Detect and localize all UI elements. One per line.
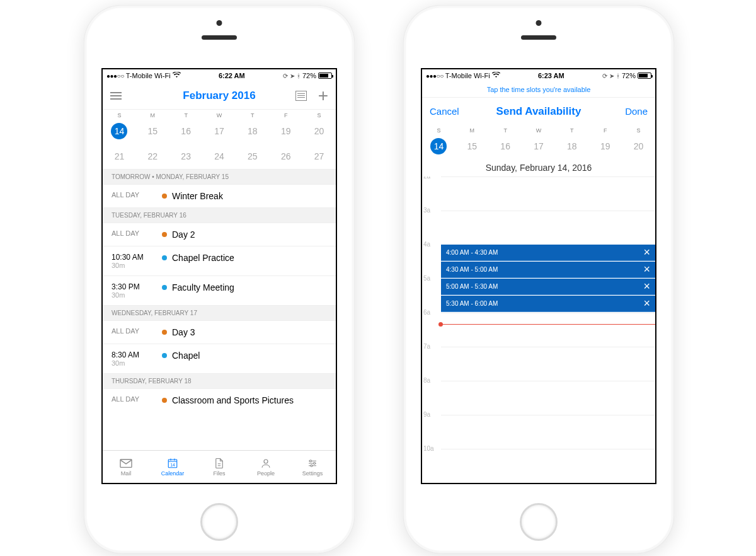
- tab-files[interactable]: Files: [196, 451, 243, 483]
- hour-label: 7a: [423, 343, 430, 350]
- orientation-lock-icon: ⟳: [283, 72, 288, 79]
- location-icon: ➤: [290, 72, 295, 79]
- agenda-event-row[interactable]: ALL DAYWinter Break: [103, 185, 336, 207]
- agenda-event-row[interactable]: ALL DAYDay 3: [103, 321, 336, 344]
- tab-people[interactable]: People: [243, 451, 289, 483]
- status-bar: ●●●○○ T-Mobile Wi-Fi 6:23 AM ⟳ ➤ ᚼ 72%: [422, 69, 655, 82]
- agenda-section-header: THURSDAY, FEBRUARY 18: [103, 373, 336, 389]
- remove-slot-icon[interactable]: ×: [643, 297, 650, 310]
- battery-pct: 72%: [302, 72, 316, 79]
- location-icon: ➤: [609, 72, 614, 79]
- event-color-dot: [162, 330, 167, 335]
- event-color-dot: [162, 285, 167, 290]
- calendar-day[interactable]: 19: [588, 134, 622, 159]
- current-time-indicator: [441, 324, 655, 325]
- event-color-dot: [162, 255, 167, 260]
- clock-label: 6:22 AM: [219, 72, 245, 79]
- hour-label: 3a: [423, 207, 430, 214]
- calendar-row: 14151617181920: [103, 119, 336, 144]
- event-title: Day 2: [172, 229, 195, 240]
- remove-slot-icon[interactable]: ×: [643, 246, 650, 259]
- agenda-list[interactable]: TOMORROW • MONDAY, FEBRUARY 15ALL DAYWin…: [103, 169, 336, 450]
- tab-label: Calendar: [161, 470, 185, 477]
- event-title: Classroom and Sports Pictures: [172, 395, 294, 405]
- availability-slot[interactable]: 4:30 AM - 5:00 AM×: [441, 262, 655, 278]
- calendar-day[interactable]: 15: [455, 134, 489, 159]
- event-title: Winter Break: [172, 191, 223, 201]
- tab-mail[interactable]: Mail: [103, 451, 149, 483]
- availability-slot[interactable]: 5:00 AM - 5:30 AM×: [441, 279, 655, 295]
- calendar-day[interactable]: 18: [555, 134, 588, 159]
- menu-button[interactable]: [110, 92, 122, 100]
- calendar-day[interactable]: 16: [169, 119, 203, 144]
- calendar-day[interactable]: 27: [302, 144, 336, 169]
- month-title[interactable]: February 2016: [183, 90, 255, 102]
- calendar-day[interactable]: 23: [169, 144, 203, 169]
- calendar-day[interactable]: 17: [522, 134, 556, 159]
- calendar-day[interactable]: 26: [269, 144, 302, 169]
- remove-slot-icon[interactable]: ×: [643, 280, 650, 293]
- calendar-day[interactable]: 22: [136, 144, 169, 169]
- tab-calendar[interactable]: 14Calendar: [149, 451, 196, 483]
- home-button[interactable]: [520, 503, 558, 541]
- phone-right: ●●●○○ T-Mobile Wi-Fi 6:23 AM ⟳ ➤ ᚼ 72% T…: [403, 5, 674, 553]
- event-time: 10:30 AM: [112, 253, 157, 262]
- calendar-day[interactable]: 18: [236, 119, 269, 144]
- availability-slot[interactable]: 5:30 AM - 6:00 AM×: [441, 296, 655, 312]
- availability-slot[interactable]: 4:00 AM - 4:30 AM×: [441, 245, 655, 261]
- front-camera: [536, 20, 542, 26]
- agenda-event-row[interactable]: 10:30 AM30mChapel Practice: [103, 246, 336, 275]
- calendar-day[interactable]: 25: [236, 144, 269, 169]
- new-event-button[interactable]: +: [318, 90, 328, 101]
- slot-label: 5:30 AM - 6:00 AM: [446, 300, 498, 307]
- calendar-day[interactable]: 20: [622, 134, 655, 159]
- calendar-day[interactable]: 14: [422, 134, 455, 159]
- files-icon: [212, 458, 226, 469]
- done-button[interactable]: Done: [625, 106, 648, 117]
- clock-label: 6:23 AM: [538, 72, 564, 79]
- agenda-event-row[interactable]: ALL DAYDay 2: [103, 223, 336, 246]
- bluetooth-icon: ᚼ: [297, 72, 301, 79]
- agenda-event-row[interactable]: 3:30 PM30mFaculty Meeting: [103, 275, 336, 305]
- slot-label: 4:00 AM - 4:30 AM: [446, 249, 498, 256]
- event-color-dot: [162, 353, 167, 358]
- settings-icon: [306, 458, 319, 469]
- agenda-event-row[interactable]: 8:30 AM30mChapel: [103, 344, 336, 373]
- view-toggle-button[interactable]: [295, 91, 307, 101]
- calendar-day[interactable]: 14: [103, 119, 136, 144]
- battery-pct: 72%: [622, 72, 636, 79]
- calendar-day[interactable]: 20: [302, 119, 336, 144]
- slot-label: 4:30 AM - 5:00 AM: [446, 266, 498, 273]
- hour-label: 10a: [423, 445, 434, 452]
- weekday-header: SMTWTFS: [103, 110, 336, 119]
- calendar-day[interactable]: 16: [489, 134, 522, 159]
- calendar-day[interactable]: 19: [269, 119, 302, 144]
- allday-label: ALL DAY: [112, 395, 157, 403]
- weekday-header: SMTWTFS: [422, 125, 655, 134]
- svg-point-3: [264, 460, 268, 463]
- svg-rect-0: [120, 459, 132, 467]
- svg-point-4: [310, 460, 312, 461]
- carrier-label: T-Mobile Wi-Fi: [445, 72, 490, 79]
- signal-dots: ●●●○○: [106, 72, 124, 79]
- calendar-icon: 14: [166, 458, 180, 469]
- event-duration: 30m: [112, 291, 157, 299]
- allday-label: ALL DAY: [112, 229, 157, 237]
- agenda-event-row[interactable]: ALL DAYClassroom and Sports Pictures: [103, 389, 336, 412]
- screen-calendar: ●●●○○ T-Mobile Wi-Fi 6:22 AM ⟳ ➤ ᚼ 72% F…: [101, 68, 337, 484]
- remove-slot-icon[interactable]: ×: [643, 263, 650, 276]
- tab-settings[interactable]: Settings: [289, 451, 336, 483]
- calendar-day[interactable]: 24: [203, 144, 236, 169]
- hour-label: 9a: [423, 411, 430, 418]
- front-camera: [217, 20, 222, 26]
- speaker: [521, 35, 556, 40]
- tab-label: People: [257, 470, 275, 477]
- hour-line: 6a: [441, 313, 655, 313]
- hour-line: 7a: [441, 347, 655, 347]
- home-button[interactable]: [200, 503, 238, 541]
- calendar-day[interactable]: 15: [136, 119, 169, 144]
- calendar-day[interactable]: 17: [203, 119, 236, 144]
- day-grid[interactable]: All... 2a3a4a5a6a7a8a9a10a4:00 AM - 4:30…: [422, 177, 655, 483]
- calendar-day[interactable]: 21: [103, 144, 136, 169]
- cancel-button[interactable]: Cancel: [430, 106, 459, 117]
